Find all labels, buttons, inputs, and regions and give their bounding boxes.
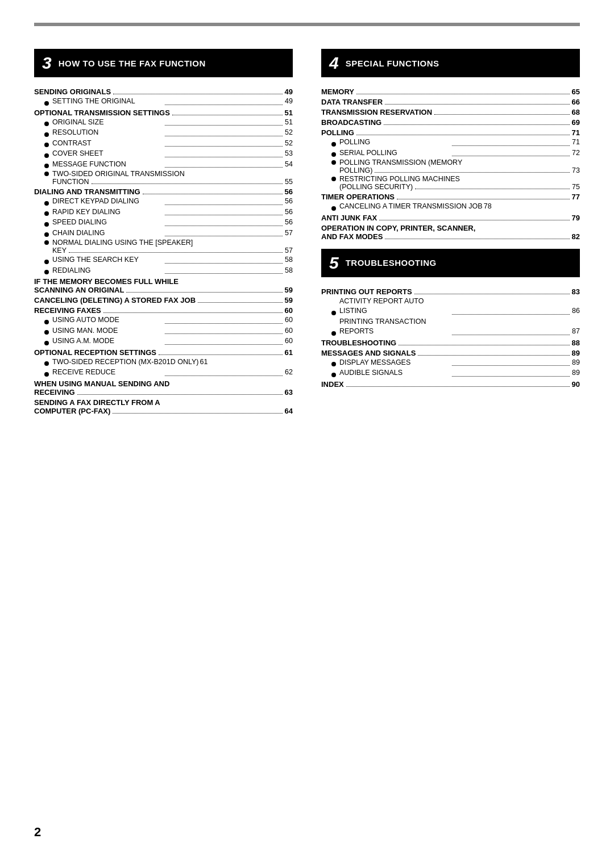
chapter4-title: SPECIAL FUNCTIONS (346, 59, 439, 68)
operation-copy-line2: AND FAX MODES (321, 232, 383, 241)
bullet-icon (44, 122, 49, 126)
bullet-icon (44, 320, 49, 324)
transmission-reservation-label: TRANSMISSION RESERVATION (321, 108, 432, 116)
two-sided-page: 55 (285, 178, 293, 186)
toc-sub-printing-transaction: PRINTING TRANSACTION REPORTS 87 (321, 317, 580, 337)
normal-dialing-page: 57 (285, 247, 293, 254)
manual-sending-line1: WHEN USING MANUAL SENDING AND (34, 379, 169, 388)
serial-polling-label: SERIAL POLLING (339, 148, 450, 158)
direct-keypad-page: 56 (285, 197, 293, 207)
troubleshooting-label: TROUBLESHOOTING (321, 339, 396, 347)
memory-full-label-line2: SCANNING AN ORIGINAL (34, 286, 124, 294)
audible-signals-page: 89 (572, 368, 580, 378)
rapid-key-label: RAPID KEY DIALING (52, 207, 163, 218)
dots (165, 157, 283, 157)
toc-troubleshooting: TROUBLESHOOTING 88 (321, 339, 580, 347)
messages-signals-page: 89 (572, 349, 580, 357)
toc-manual-sending: WHEN USING MANUAL SENDING AND RECEIVING … (34, 379, 293, 397)
chapter3-title: HOW TO USE THE FAX FUNCTION (59, 59, 206, 68)
memory-full-label-line1: IF THE MEMORY BECOMES FULL WHILE (34, 277, 179, 286)
toc-polling: POLLING 71 POLLING 71 SERIAL POLLING 72 (321, 128, 580, 191)
dots (113, 87, 282, 94)
optional-reception-page: 61 (285, 348, 293, 357)
dots (418, 349, 569, 356)
index-label: INDEX (321, 380, 344, 389)
toc-sub-chain-dialing: CHAIN DIALING 57 (34, 228, 293, 239)
bullet-icon (44, 341, 49, 345)
chapter5-title: TROUBLESHOOTING (346, 258, 437, 268)
dots (165, 375, 283, 376)
dots (165, 344, 283, 345)
toc-main-manual-sending: WHEN USING MANUAL SENDING AND RECEIVING … (34, 379, 293, 397)
original-size-label: ORIGINAL SIZE (52, 118, 163, 128)
printing-transaction-page: 87 (572, 327, 580, 337)
man-mode-label: USING MAN. MODE (52, 326, 163, 336)
page-number: 2 (34, 825, 41, 840)
bullet-icon (44, 361, 49, 366)
toc-sub-cover-sheet: COVER SHEET 53 (34, 149, 293, 159)
chapter4-number: 4 (329, 53, 339, 73)
two-sided-label-line1: TWO-SIDED ORIGINAL TRANSMISSION (52, 170, 293, 178)
display-messages-label: DISPLAY MESSAGES (339, 358, 450, 368)
dots (165, 136, 283, 136)
toc-sub-display-messages: DISPLAY MESSAGES 89 (321, 358, 580, 368)
dots (452, 376, 570, 377)
dots (379, 214, 569, 220)
toc-sub-resolution: RESOLUTION 52 (34, 128, 293, 138)
messages-signals-label: MESSAGES AND SIGNALS (321, 349, 416, 357)
toc-sub-auto-mode: USING AUTO MODE 60 (34, 315, 293, 326)
two-sided-reception-page: 61 (200, 357, 208, 368)
activity-report-page: 86 (572, 306, 580, 316)
bullet-icon (44, 232, 49, 237)
toc-main-transmission-reservation: TRANSMISSION RESERVATION 68 (321, 108, 580, 116)
dots (434, 108, 570, 115)
toc-main-optional-reception: OPTIONAL RECEPTION SETTINGS 61 (34, 348, 293, 357)
dots (452, 156, 570, 156)
dots (397, 193, 569, 199)
sending-fax-computer-page: 64 (285, 407, 293, 415)
dots (165, 263, 283, 264)
dots (165, 236, 283, 236)
memory-page: 65 (572, 87, 580, 96)
toc-main-memory: MEMORY 65 (321, 87, 580, 96)
bullet-icon (331, 177, 336, 181)
toc-main-receiving: RECEIVING FAXES 60 (34, 306, 293, 315)
cover-sheet-page: 53 (285, 149, 293, 159)
speed-dialing-label: SPEED DIALING (52, 218, 163, 228)
toc-optional-transmission: OPTIONAL TRANSMISSION SETTINGS 51 ORIGIN… (34, 108, 293, 186)
chapter5-header: 5 TROUBLESHOOTING (321, 249, 580, 277)
polling-transmission-page: 73 (572, 166, 580, 174)
bullet-icon (44, 240, 49, 245)
optional-transmission-label: OPTIONAL TRANSMISSION SETTINGS (34, 108, 170, 117)
toc-main-memory-full: IF THE MEMORY BECOMES FULL WHILE SCANNIN… (34, 277, 293, 294)
rapid-key-page: 56 (285, 207, 293, 218)
dots (172, 108, 283, 115)
printing-transaction-label: PRINTING TRANSACTION REPORTS (339, 317, 450, 337)
dots (159, 348, 283, 355)
dots (165, 105, 283, 105)
transmission-reservation-page: 68 (572, 108, 580, 116)
dots (165, 333, 283, 334)
toc-receiving-faxes: RECEIVING FAXES 60 USING AUTO MODE 60 US… (34, 306, 293, 347)
bullet-icon (44, 260, 49, 264)
dialing-page: 56 (285, 187, 293, 196)
dots (165, 146, 283, 147)
cover-sheet-label: COVER SHEET (52, 149, 163, 159)
toc-main-printing-reports: PRINTING OUT REPORTS 83 (321, 287, 580, 296)
index-page: 90 (572, 380, 580, 389)
toc-operation-copy: OPERATION IN COPY, PRINTER, SCANNER, AND… (321, 224, 580, 241)
memory-label: MEMORY (321, 87, 354, 96)
manual-sending-page: 63 (285, 388, 293, 397)
dots (356, 87, 570, 94)
toc-sub-rapid-key: RAPID KEY DIALING 56 (34, 207, 293, 218)
restricting-polling-page: 75 (572, 183, 580, 191)
bullet-icon (331, 206, 336, 211)
redialing-page: 58 (285, 266, 293, 276)
toc-main-canceling: CANCELING (DELETING) A STORED FAX JOB 59 (34, 296, 293, 304)
polling-page: 71 (572, 128, 580, 137)
dots (165, 226, 283, 226)
bullet-icon (44, 372, 49, 377)
bullet-icon (44, 101, 49, 106)
toc-messages-signals: MESSAGES AND SIGNALS 89 DISPLAY MESSAGES… (321, 349, 580, 378)
activity-report-label: ACTIVITY REPORT AUTO LISTING (339, 297, 450, 316)
